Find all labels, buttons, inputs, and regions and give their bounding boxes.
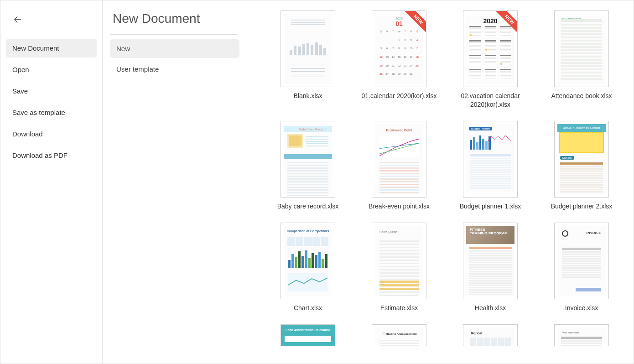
arrow-left-icon	[13, 15, 23, 25]
template-label: Break-even point.xlsx	[369, 202, 430, 211]
template-thumb[interactable]: 2019 November	[554, 10, 609, 87]
templates-grid: Blank.xlsx202001SMTWTFS12345678910111213…	[262, 10, 620, 346]
file-menu-rail: New DocumentOpenSaveSave as templateDown…	[0, 0, 103, 364]
template-card[interactable]: INVOICE Invoice.xlsx	[536, 223, 627, 312]
subnav-item-user-template[interactable]: User template	[110, 60, 239, 78]
template-card[interactable]: 202002.vacation calendar 2020(kor).xlsx	[445, 10, 536, 109]
template-label: Baby care record.xlsx	[277, 202, 339, 211]
template-label: Invoice.xlsx	[565, 304, 598, 312]
template-thumb[interactable]: Break-even Point	[372, 121, 426, 198]
template-thumb[interactable]: Baby Care Record	[281, 121, 335, 198]
rail-item-open[interactable]: Open	[6, 60, 97, 79]
templates-scroll[interactable]: Blank.xlsx202001SMTWTFS12345678910111213…	[258, 0, 634, 364]
template-thumb[interactable]: HOME BUDGET PLANNER Monthly	[554, 121, 609, 198]
template-card[interactable]: Budget Planner Budget planner 1.xlsx	[445, 121, 536, 211]
template-thumb[interactable]: Sales Quote	[372, 223, 426, 299]
template-thumb[interactable]: 202001SMTWTFS123456789101112131415161718…	[372, 10, 426, 87]
back-button[interactable]	[10, 11, 26, 28]
rail-item-new-document[interactable]: New Document	[6, 39, 97, 57]
template-card[interactable]: 📄 Meeting Announcement	[353, 324, 445, 346]
rail-item-download[interactable]: Download	[6, 125, 97, 143]
template-thumb[interactable]: Part Inventory	[554, 324, 609, 346]
app-root: New DocumentOpenSaveSave as templateDown…	[0, 0, 634, 364]
template-card[interactable]: Blank.xlsx	[262, 10, 353, 109]
template-card[interactable]: Baby Care Record Baby care record.xlsx	[262, 121, 353, 211]
template-thumb[interactable]: FITNESSTRAINING PROGRAM	[463, 223, 518, 299]
template-thumb[interactable]	[281, 10, 335, 87]
template-card[interactable]: Comparison of Competitors Chart.xlsx	[262, 223, 353, 312]
template-thumb[interactable]: Report	[463, 324, 518, 346]
subnav: New Document NewUser template	[103, 0, 258, 364]
template-label: 01.calendar 2020(kor).xlsx	[362, 92, 437, 100]
rail-item-download-as-pdf[interactable]: Download as PDF	[6, 146, 97, 165]
template-label: Blank.xlsx	[293, 92, 322, 100]
template-thumb[interactable]: Loan Amortization Calculator	[281, 324, 335, 346]
rail-item-save[interactable]: Save	[6, 82, 97, 100]
template-card[interactable]: Sales Quote Estimate.xlsx	[353, 223, 445, 312]
rail-item-save-as-template[interactable]: Save as template	[6, 103, 97, 122]
template-label: Budget planner 1.xlsx	[460, 202, 521, 211]
template-card[interactable]: Report	[445, 324, 536, 346]
template-thumb[interactable]: 2020	[463, 10, 518, 87]
template-label: Attendance book.xlsx	[551, 92, 612, 100]
template-label: Budget planner 2.xlsx	[551, 202, 613, 211]
template-card[interactable]: Break-even Point Break-even point.xlsx	[353, 121, 445, 211]
template-card[interactable]: 2019 NovemberAttendance book.xlsx	[536, 10, 627, 109]
template-thumb[interactable]: INVOICE	[554, 223, 609, 299]
template-card[interactable]: HOME BUDGET PLANNER Monthly Budget plann…	[536, 121, 627, 211]
template-label: Estimate.xlsx	[380, 304, 418, 312]
template-label: 02.vacation calendar 2020(kor).xlsx	[447, 92, 534, 109]
page-title: New Document	[110, 11, 245, 34]
template-card[interactable]: Part Inventory	[536, 324, 627, 346]
template-thumb[interactable]: Budget Planner	[463, 121, 518, 198]
template-card[interactable]: FITNESSTRAINING PROGRAM Health.xlsx	[445, 223, 536, 312]
template-label: Health.xlsx	[475, 304, 506, 312]
title-underline	[110, 34, 238, 35]
template-card[interactable]: Loan Amortization Calculator	[262, 324, 353, 346]
template-card[interactable]: 202001SMTWTFS123456789101112131415161718…	[353, 10, 445, 109]
template-label: Chart.xlsx	[294, 304, 322, 312]
template-thumb[interactable]: Comparison of Competitors	[281, 223, 335, 299]
template-thumb[interactable]: 📄 Meeting Announcement	[372, 324, 426, 346]
subnav-item-new[interactable]: New	[110, 39, 239, 58]
